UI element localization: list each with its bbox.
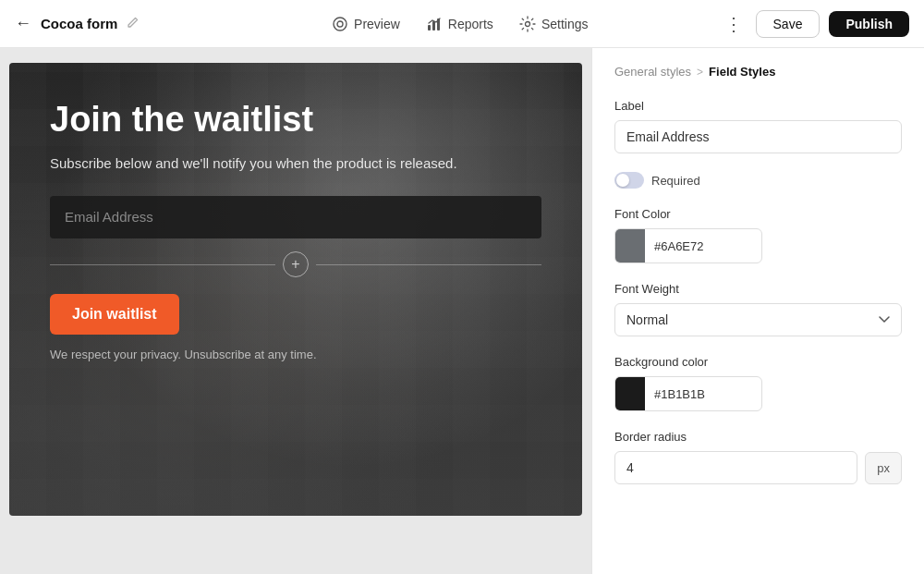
font-color-box	[615, 229, 645, 263]
svg-point-0	[334, 18, 346, 31]
topnav: ← Cocoa form Preview Reports	[0, 0, 924, 48]
required-label: Required	[651, 174, 700, 188]
canvas-area: Join the waitlist Subscribe below and we…	[0, 48, 591, 574]
edit-title-button[interactable]	[127, 16, 140, 31]
svg-rect-3	[432, 21, 435, 31]
save-button[interactable]: Save	[756, 10, 821, 38]
breadcrumb: General styles > Field Styles	[614, 65, 902, 79]
breadcrumb-separator: >	[697, 66, 703, 79]
svg-point-1	[337, 21, 343, 27]
settings-link[interactable]: Settings	[519, 16, 589, 32]
border-radius-section: Border radius px	[614, 430, 902, 484]
bg-color-box	[615, 377, 645, 410]
label-section: Label	[614, 99, 902, 153]
preview-icon	[332, 16, 348, 32]
border-radius-unit: px	[865, 452, 902, 484]
toggle-knob	[616, 174, 629, 187]
divider-line-right	[316, 264, 541, 265]
font-weight-section: Font Weight Normal Bold Light Medium Sem…	[614, 282, 902, 336]
required-toggle[interactable]	[614, 172, 644, 189]
pencil-icon	[127, 16, 140, 29]
add-field-button[interactable]: +	[283, 251, 309, 277]
form-heading: Join the waitlist	[50, 100, 541, 140]
add-field-row: +	[50, 251, 541, 277]
topnav-right: ⋮ Save Publish	[721, 10, 909, 38]
label-section-title: Label	[614, 99, 902, 113]
form-preview-inner: Join the waitlist Subscribe below and we…	[50, 100, 541, 361]
font-weight-select[interactable]: Normal Bold Light Medium SemiBold	[614, 303, 902, 336]
reports-icon	[426, 16, 443, 32]
submit-button-preview[interactable]: Join waitlist	[50, 294, 179, 335]
breadcrumb-current: Field Styles	[709, 65, 775, 79]
topnav-left: ← Cocoa form	[15, 14, 200, 33]
page-title: Cocoa form	[41, 16, 117, 31]
font-weight-label: Font Weight	[614, 282, 902, 296]
font-color-value: #6A6E72	[645, 239, 713, 253]
svg-rect-2	[428, 25, 431, 31]
divider-line-left	[50, 264, 275, 265]
email-placeholder: Email Address	[65, 209, 153, 225]
preview-link[interactable]: Preview	[332, 16, 400, 32]
right-panel: General styles > Field Styles Label Requ…	[591, 48, 924, 574]
main-layout: Join the waitlist Subscribe below and we…	[0, 48, 924, 574]
svg-point-5	[525, 21, 529, 26]
bg-color-label: Background color	[614, 355, 902, 369]
more-options-button[interactable]: ⋮	[721, 13, 747, 35]
bg-color-value: #1B1B1B	[645, 387, 714, 401]
form-subheading: Subscribe below and we'll notify you whe…	[50, 153, 541, 175]
email-field-preview[interactable]: Email Address	[50, 196, 541, 238]
topnav-center: Preview Reports Settings	[200, 16, 721, 32]
back-button[interactable]: ←	[15, 14, 31, 33]
privacy-text: We respect your privacy. Unsubscribe at …	[50, 348, 541, 361]
bg-color-section: Background color #1B1B1B	[614, 355, 902, 411]
border-radius-row: px	[614, 451, 902, 484]
font-color-section: Font Color #6A6E72	[614, 207, 902, 263]
bg-color-swatch[interactable]: #1B1B1B	[614, 376, 762, 411]
font-color-swatch[interactable]: #6A6E72	[614, 228, 762, 263]
form-preview: Join the waitlist Subscribe below and we…	[9, 63, 582, 516]
border-radius-label: Border radius	[614, 430, 902, 444]
required-row: Required	[614, 172, 902, 189]
reports-link[interactable]: Reports	[426, 16, 493, 32]
font-color-label: Font Color	[614, 207, 902, 221]
publish-button[interactable]: Publish	[829, 11, 909, 37]
breadcrumb-parent[interactable]: General styles	[614, 65, 691, 79]
label-input[interactable]	[614, 120, 902, 153]
border-radius-input[interactable]	[614, 451, 857, 484]
settings-icon	[519, 16, 536, 32]
